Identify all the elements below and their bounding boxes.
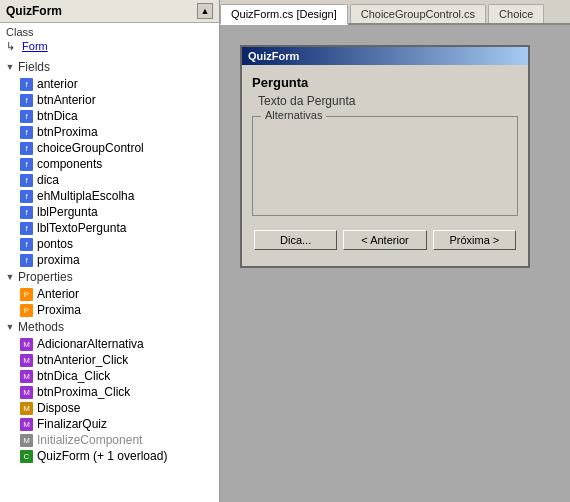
field-label: choiceGroupControl xyxy=(37,141,144,155)
field-label: anterior xyxy=(37,77,78,91)
methods-label: Methods xyxy=(18,320,64,334)
pergunta-label: Pergunta xyxy=(252,75,518,90)
field-icon: f xyxy=(20,158,33,171)
tab-choicegroupcontrol[interactable]: ChoiceGroupControl.cs xyxy=(350,4,486,23)
form-titlebar: QuizForm xyxy=(242,47,528,65)
prop-anterior[interactable]: P Anterior xyxy=(0,286,219,302)
field-label: btnAnterior xyxy=(37,93,96,107)
method-label: btnDica_Click xyxy=(37,369,110,383)
field-btnProxima[interactable]: f btnProxima xyxy=(0,124,219,140)
field-icon: f xyxy=(20,190,33,203)
alternativas-legend: Alternativas xyxy=(261,109,326,121)
fields-label: Fields xyxy=(18,60,50,74)
method-label: FinalizarQuiz xyxy=(37,417,107,431)
field-label: pontos xyxy=(37,237,73,251)
method-btnDica_Click[interactable]: M btnDica_Click xyxy=(0,368,219,384)
class-info: Class ↳ Form xyxy=(0,23,219,56)
field-icon: f xyxy=(20,110,33,123)
form-window: QuizForm Pergunta Texto da Pergunta Alte… xyxy=(240,45,530,268)
class-title: QuizForm xyxy=(6,4,62,18)
dica-button[interactable]: Dica... xyxy=(254,230,337,250)
method-label: Dispose xyxy=(37,401,80,415)
field-label: btnProxima xyxy=(37,125,98,139)
method-icon: M xyxy=(20,402,33,415)
field-icon: f xyxy=(20,222,33,235)
field-choiceGroupControl[interactable]: f choiceGroupControl xyxy=(0,140,219,156)
prop-label: Anterior xyxy=(37,287,79,301)
form-title: QuizForm xyxy=(248,50,299,62)
properties-label: Properties xyxy=(18,270,73,284)
method-icon: M xyxy=(20,434,33,447)
method-label: QuizForm (+ 1 overload) xyxy=(37,449,167,463)
design-area: QuizForm Pergunta Texto da Pergunta Alte… xyxy=(220,25,570,502)
field-icon: f xyxy=(20,238,33,251)
method-QuizForm[interactable]: C QuizForm (+ 1 overload) xyxy=(0,448,219,464)
method-label: InitializeComponent xyxy=(37,433,142,447)
field-btnAnterior[interactable]: f btnAnterior xyxy=(0,92,219,108)
methods-section-header[interactable]: ▼ Methods xyxy=(0,318,219,336)
collapse-button[interactable]: ▲ xyxy=(197,3,213,19)
field-lblPergunta[interactable]: f lblPergunta xyxy=(0,204,219,220)
alternativas-group: Alternativas xyxy=(252,116,518,216)
tree-container: ▼ Fields f anterior f btnAnterior f btnD… xyxy=(0,56,219,502)
tab-quizform-design[interactable]: QuizForm.cs [Design] xyxy=(220,4,348,25)
proxima-button[interactable]: Próxima > xyxy=(433,230,516,250)
prop-label: Proxima xyxy=(37,303,81,317)
field-label: lblPergunta xyxy=(37,205,98,219)
expand-properties-icon: ▼ xyxy=(4,271,16,283)
method-Dispose[interactable]: M Dispose xyxy=(0,400,219,416)
method-AdicionarAlternativa[interactable]: M AdicionarAlternativa xyxy=(0,336,219,352)
field-icon: f xyxy=(20,94,33,107)
property-icon: P xyxy=(20,288,33,301)
expand-methods-icon: ▼ xyxy=(4,321,16,333)
field-label: components xyxy=(37,157,102,171)
method-icon: M xyxy=(20,418,33,431)
field-icon: f xyxy=(20,142,33,155)
property-icon: P xyxy=(20,304,33,317)
properties-section-header[interactable]: ▼ Properties xyxy=(0,268,219,286)
method-btnAnterior_Click[interactable]: M btnAnterior_Click xyxy=(0,352,219,368)
arrow-icon: ↳ xyxy=(6,40,15,52)
expand-fields-icon: ▼ xyxy=(4,61,16,73)
field-label: dica xyxy=(37,173,59,187)
method-btnProxima_Click[interactable]: M btnProxima_Click xyxy=(0,384,219,400)
class-label: Class xyxy=(6,25,213,39)
field-icon: f xyxy=(20,206,33,219)
method-FinalizarQuiz[interactable]: M FinalizarQuiz xyxy=(0,416,219,432)
class-icon: C xyxy=(20,450,33,463)
right-panel: QuizForm.cs [Design] ChoiceGroupControl.… xyxy=(220,0,570,502)
field-btnDica[interactable]: f btnDica xyxy=(0,108,219,124)
method-label: btnAnterior_Click xyxy=(37,353,128,367)
method-icon: M xyxy=(20,370,33,383)
field-dica[interactable]: f dica xyxy=(0,172,219,188)
field-label: proxima xyxy=(37,253,80,267)
fields-section-header[interactable]: ▼ Fields xyxy=(0,58,219,76)
method-icon: M xyxy=(20,338,33,351)
method-icon: M xyxy=(20,386,33,399)
field-ehMultiplaEscolha[interactable]: f ehMultiplaEscolha xyxy=(0,188,219,204)
anterior-button[interactable]: < Anterior xyxy=(343,230,426,250)
field-icon: f xyxy=(20,174,33,187)
field-lblTextoPergunta[interactable]: f lblTextoPergunta xyxy=(0,220,219,236)
tab-bar: QuizForm.cs [Design] ChoiceGroupControl.… xyxy=(220,0,570,25)
field-label: ehMultiplaEscolha xyxy=(37,189,134,203)
field-proxima[interactable]: f proxima xyxy=(0,252,219,268)
prop-proxima[interactable]: P Proxima xyxy=(0,302,219,318)
method-label: AdicionarAlternativa xyxy=(37,337,144,351)
field-label: lblTextoPergunta xyxy=(37,221,126,235)
tab-choice[interactable]: Choice xyxy=(488,4,544,23)
class-explorer-panel: QuizForm ▲ Class ↳ Form ▼ Fields f anter… xyxy=(0,0,220,502)
pergunta-text: Texto da Pergunta xyxy=(258,94,518,108)
field-anterior[interactable]: f anterior xyxy=(0,76,219,92)
field-icon: f xyxy=(20,78,33,91)
field-label: btnDica xyxy=(37,109,78,123)
field-components[interactable]: f components xyxy=(0,156,219,172)
base-class: ↳ Form xyxy=(6,39,213,54)
field-pontos[interactable]: f pontos xyxy=(0,236,219,252)
form-body: Pergunta Texto da Pergunta Alternativas … xyxy=(242,65,528,266)
field-icon: f xyxy=(20,126,33,139)
field-icon: f xyxy=(20,254,33,267)
method-InitializeComponent[interactable]: M InitializeComponent xyxy=(0,432,219,448)
form-buttons: Dica... < Anterior Próxima > xyxy=(252,226,518,256)
class-header: QuizForm ▲ xyxy=(0,0,219,23)
